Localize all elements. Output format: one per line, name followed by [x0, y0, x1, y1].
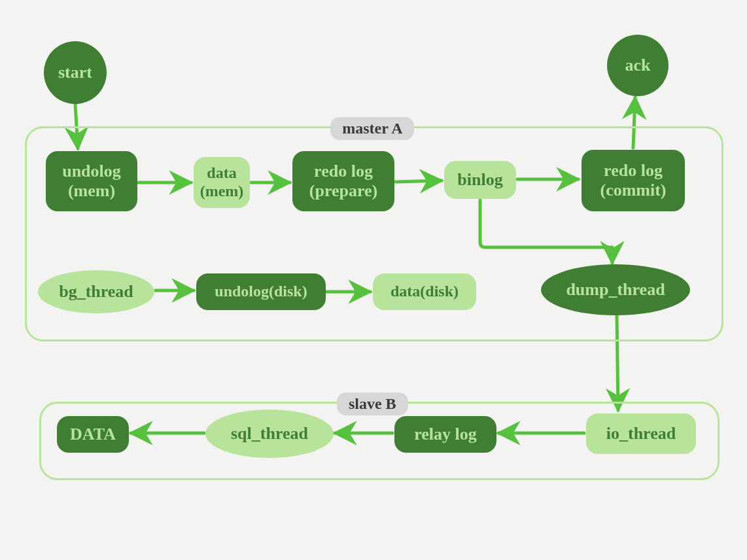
node-binlog: binlog [444, 161, 516, 199]
node-dump-thread: dump_thread [541, 264, 690, 315]
node-start: start [44, 41, 107, 104]
group-slave-label: slave B [337, 393, 408, 415]
node-redo-log-commit: redo log (commit) [582, 150, 685, 211]
node-relay-log: relay log [394, 416, 496, 453]
group-master-label: master A [330, 117, 414, 140]
node-bg-thread: bg_thread [38, 270, 154, 313]
node-undolog-mem: undolog (mem) [46, 151, 137, 211]
node-data: DATA [57, 416, 129, 453]
node-sql-thread: sql_thread [205, 410, 334, 458]
node-data-disk: data(disk) [373, 273, 476, 310]
node-ack: ack [607, 35, 669, 96]
node-io-thread: io_thread [586, 413, 696, 454]
node-redo-log-prepare: redo log (prepare) [292, 151, 394, 211]
node-data-mem: data (mem) [194, 157, 250, 208]
node-undolog-disk: undolog(disk) [196, 273, 326, 310]
